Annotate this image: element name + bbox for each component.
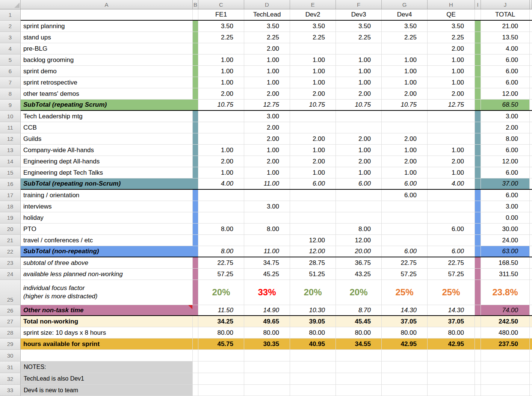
cell-A13[interactable]: Company-wide All-hands	[21, 145, 193, 156]
cell-I4[interactable]	[475, 43, 481, 54]
cell-E6[interactable]: 1.00	[290, 66, 336, 77]
cell-E13[interactable]: 1.00	[290, 145, 336, 156]
cell-J17[interactable]: 6.00	[481, 190, 530, 201]
cell-D9[interactable]: 12.75	[244, 100, 290, 110]
cell-E18[interactable]	[290, 201, 336, 212]
cell-B25[interactable]	[193, 280, 198, 305]
row-header-16[interactable]: 16	[0, 178, 21, 190]
cell-F6[interactable]: 1.00	[336, 66, 382, 77]
cell-F30[interactable]	[336, 350, 382, 361]
cell-A11[interactable]: CCB	[21, 122, 193, 133]
column-header-E[interactable]: E	[290, 0, 336, 9]
cell-next-column-11[interactable]	[530, 122, 532, 133]
cell-G14[interactable]: 2.00	[382, 156, 428, 167]
cell-E33[interactable]	[290, 385, 336, 396]
cell-G17[interactable]: 6.00	[382, 190, 428, 201]
cell-J16[interactable]: 37.00	[481, 178, 530, 189]
cell-A7[interactable]: sprint retrospective	[21, 77, 193, 88]
cell-C2[interactable]: 3.50	[198, 21, 244, 32]
cell-G16[interactable]: 6.00	[382, 178, 428, 189]
cell-G12[interactable]: 2.00	[382, 133, 428, 144]
cell-E25[interactable]: 20%	[290, 280, 336, 305]
cell-F17[interactable]	[336, 190, 382, 201]
cell-F33[interactable]	[336, 385, 382, 396]
row-header-10[interactable]: 10	[0, 111, 21, 122]
cell-D22[interactable]: 11.00	[244, 246, 290, 257]
row-header-31[interactable]: 31	[0, 361, 21, 373]
cell-A27[interactable]: Total non-working	[21, 316, 193, 327]
row-header-24[interactable]: 24	[0, 269, 21, 280]
cell-J7[interactable]: 6.00	[481, 77, 530, 88]
cell-J32[interactable]	[481, 373, 530, 384]
cell-C17[interactable]	[198, 190, 244, 201]
cell-G25[interactable]: 25%	[382, 280, 428, 305]
cell-F8[interactable]: 2.00	[336, 88, 382, 99]
cell-next-column-13[interactable]	[530, 145, 532, 156]
cell-F9[interactable]: 10.75	[336, 100, 382, 110]
cell-F12[interactable]: 2.00	[336, 133, 382, 144]
cell-C18[interactable]	[198, 201, 244, 212]
cell-next-column-6[interactable]	[530, 66, 532, 77]
cell-E16[interactable]: 6.00	[290, 178, 336, 189]
cell-F4[interactable]	[336, 43, 382, 54]
cell-C11[interactable]	[198, 122, 244, 133]
cell-H25[interactable]: 25%	[428, 280, 475, 305]
cell-I7[interactable]	[475, 77, 481, 88]
cell-G1[interactable]: Dev4	[382, 9, 428, 20]
row-header-29[interactable]: 29	[0, 339, 21, 350]
cell-B6[interactable]	[193, 66, 198, 77]
cell-C26[interactable]: 11.50	[198, 305, 244, 315]
cell-J15[interactable]: 6.00	[481, 167, 530, 178]
row-header-27[interactable]: 27	[0, 316, 21, 327]
column-header-partial[interactable]	[530, 0, 532, 9]
cell-D16[interactable]: 11.00	[244, 178, 290, 189]
cell-E11[interactable]	[290, 122, 336, 133]
cell-next-column-28[interactable]	[530, 327, 532, 338]
cell-next-column-24[interactable]	[530, 269, 532, 280]
cell-B13[interactable]	[193, 145, 198, 156]
cell-I6[interactable]	[475, 66, 481, 77]
cell-I3[interactable]	[475, 32, 481, 43]
cell-A16[interactable]: SubTotal (repeating non-Scrum)	[21, 178, 198, 189]
cell-C27[interactable]: 34.25	[198, 316, 244, 327]
cell-D28[interactable]: 80.00	[244, 327, 290, 338]
cell-H15[interactable]: 1.00	[428, 167, 475, 178]
cell-B7[interactable]	[193, 77, 198, 88]
cell-next-column-9[interactable]	[530, 100, 532, 110]
row-header-3[interactable]: 3	[0, 32, 21, 43]
cell-E7[interactable]: 1.00	[290, 77, 336, 88]
cell-C12[interactable]	[198, 133, 244, 144]
cell-E3[interactable]: 2.25	[290, 32, 336, 43]
cell-J19[interactable]: 0.00	[481, 212, 530, 223]
cell-F14[interactable]: 2.00	[336, 156, 382, 167]
cell-H30[interactable]	[428, 350, 475, 361]
cell-B28[interactable]	[193, 327, 198, 338]
column-header-B[interactable]: B	[193, 0, 198, 9]
row-header-5[interactable]: 5	[0, 54, 21, 66]
cell-D3[interactable]: 2.25	[244, 32, 290, 43]
cell-J25[interactable]: 23.8%	[481, 280, 530, 305]
row-header-22[interactable]: 22	[0, 246, 21, 257]
cell-A25[interactable]: individual focus factor(higher is more d…	[21, 280, 193, 305]
cell-H27[interactable]: 37.05	[428, 316, 475, 327]
cell-C7[interactable]: 1.00	[198, 77, 244, 88]
cell-A24[interactable]: available less planned non-working	[21, 269, 193, 280]
cell-H20[interactable]: 6.00	[428, 224, 475, 234]
cell-D7[interactable]: 1.00	[244, 77, 290, 88]
cell-D6[interactable]: 1.00	[244, 66, 290, 77]
cell-H29[interactable]: 42.95	[428, 339, 475, 349]
cell-C16[interactable]: 4.00	[198, 178, 244, 189]
cell-J24[interactable]: 311.50	[481, 269, 530, 280]
cell-B20[interactable]	[193, 224, 198, 234]
cell-A14[interactable]: Engineering dept All-hands	[21, 156, 193, 167]
cell-A9[interactable]: SubTotal (repeating Scrum)	[21, 100, 198, 110]
cell-next-column-29[interactable]	[530, 339, 532, 349]
row-header-30[interactable]: 30	[0, 350, 21, 361]
cell-H19[interactable]	[428, 212, 475, 223]
cell-H1[interactable]: QE	[428, 9, 475, 20]
cell-F13[interactable]: 1.00	[336, 145, 382, 156]
cell-C14[interactable]: 2.00	[198, 156, 244, 167]
cell-E17[interactable]	[290, 190, 336, 201]
row-header-23[interactable]: 23	[0, 257, 21, 269]
cell-D21[interactable]	[244, 235, 290, 246]
